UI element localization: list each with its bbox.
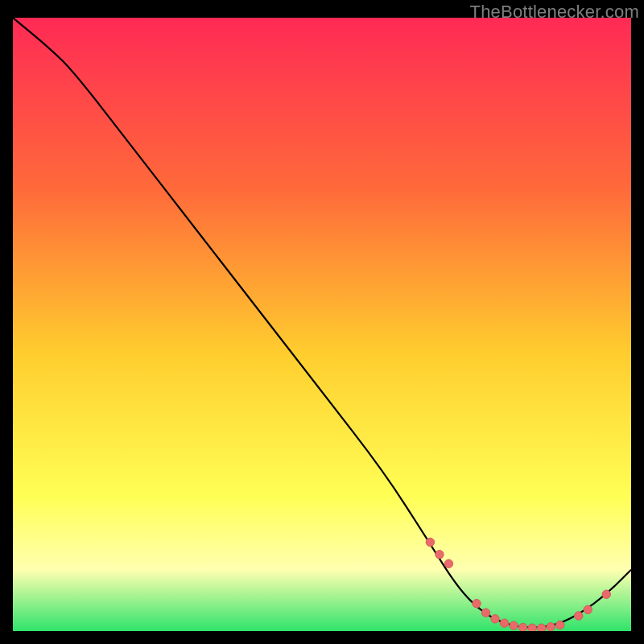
highlight-point [500, 619, 508, 627]
highlight-point [491, 615, 499, 623]
highlight-point [481, 609, 489, 617]
chart-svg [13, 18, 631, 631]
highlight-point [602, 590, 610, 598]
highlight-point [436, 551, 444, 559]
highlight-point [444, 559, 452, 568]
highlight-point [537, 624, 545, 631]
highlight-point [555, 621, 564, 629]
highlight-point [584, 605, 592, 613]
highlight-point [575, 612, 583, 620]
highlight-point [518, 623, 526, 631]
highlight-point [528, 624, 536, 631]
watermark-label: TheBottlenecker.com [470, 2, 639, 23]
chart-root: TheBottlenecker.com [0, 0, 644, 644]
plot-area [13, 18, 631, 631]
highlight-point [426, 538, 434, 546]
highlight-point [510, 621, 518, 630]
gradient-background [13, 18, 631, 631]
highlight-point [473, 600, 481, 608]
highlight-point [547, 622, 555, 630]
